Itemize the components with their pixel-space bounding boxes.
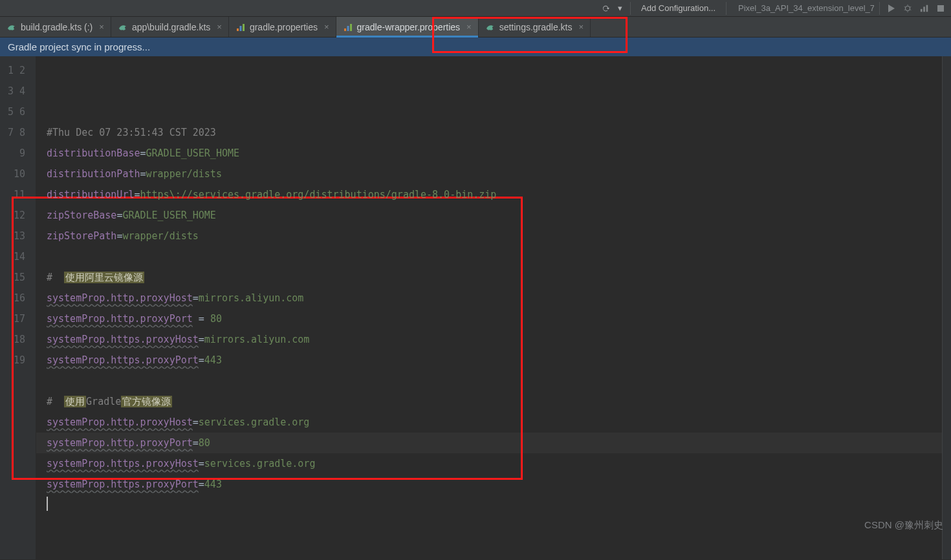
close-icon[interactable]: × [217,22,222,32]
editor-area: 1 2 3 4 5 6 7 8 9 10 11 12 13 14 15 16 1… [0,56,951,559]
tab-label: app\build.gradle.kts [132,22,210,32]
svg-rect-3 [921,8,923,11]
tab-4[interactable]: settings.gradle.kts× [479,17,591,37]
close-icon[interactable]: × [466,22,472,32]
svg-rect-6 [937,5,944,12]
svg-rect-8 [239,26,241,31]
close-icon[interactable]: × [579,22,584,32]
stop-icon[interactable] [934,3,947,14]
editor-tabs: build.gradle.kts (:)×app\build.gradle.kt… [0,17,951,38]
svg-rect-12 [350,24,352,31]
run-icon[interactable] [885,3,898,14]
svg-rect-9 [243,24,245,31]
tab-label: gradle-wrapper.properties [357,22,461,32]
tab-2[interactable]: gradle.properties× [229,17,336,37]
svg-point-2 [906,6,910,10]
tab-label: settings.gradle.kts [499,22,573,32]
sync-icon[interactable] [598,3,613,14]
tab-1[interactable]: app\build.gradle.kts× [111,17,229,37]
debug-icon[interactable] [901,3,915,14]
device-selector[interactable]: Pixel_3a_API_34_extension_level_7_x... [732,3,874,13]
gradle-icon [485,22,496,32]
tab-0[interactable]: build.gradle.kts (:)× [0,17,111,37]
dropdown-arrow-icon[interactable]: ▾ [615,2,625,14]
close-icon[interactable]: × [99,22,104,32]
close-icon[interactable]: × [324,22,329,32]
profile-icon[interactable] [917,3,932,14]
gradle-icon [118,22,128,32]
tab-label: gradle.properties [250,22,318,32]
gradle-icon [6,22,17,32]
line-gutter: 1 2 3 4 5 6 7 8 9 10 11 12 13 14 15 16 1… [0,56,36,559]
properties-icon [343,22,353,32]
svg-rect-11 [347,26,349,31]
svg-rect-10 [344,28,346,31]
svg-rect-7 [237,28,239,31]
svg-rect-5 [926,5,928,12]
tab-3[interactable]: gradle-wrapper.properties× [336,17,479,37]
sync-status-bar: Gradle project sync in progress... [0,38,951,56]
tab-label: build.gradle.kts (:) [21,22,93,32]
status-text: Gradle project sync in progress... [8,41,150,52]
code-content[interactable]: #Thu Dec 07 23:51:43 CST 2023distributio… [36,56,951,559]
main-toolbar: ▾ Add Configuration... Pixel_3a_API_34_e… [0,0,951,17]
add-configuration-button[interactable]: Add Configuration... [636,3,721,13]
device-label: Pixel_3a_API_34_extension_level_7_x... [738,3,874,13]
watermark: CSDN @豫州刺史 [864,519,943,532]
svg-rect-4 [923,6,925,12]
properties-icon [235,22,246,32]
